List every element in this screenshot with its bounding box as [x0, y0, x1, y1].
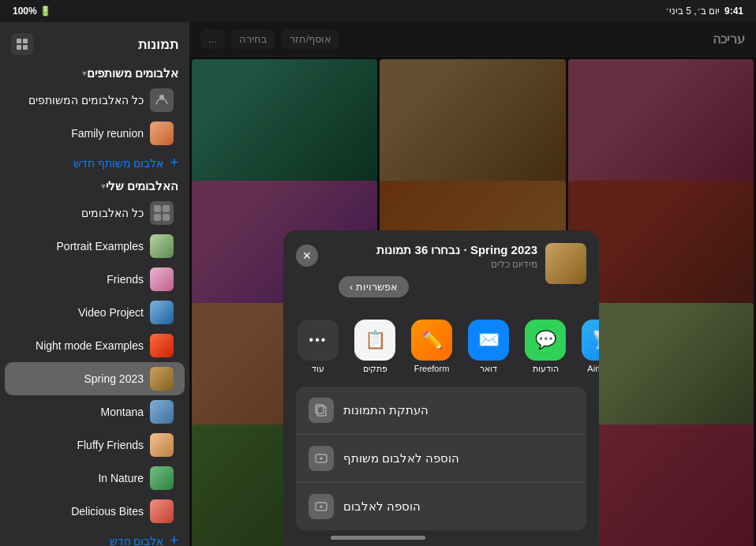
sidebar-item-all-albums[interactable]: כל האלבומים	[5, 196, 185, 230]
svg-rect-7	[154, 205, 161, 212]
svg-point-5	[159, 95, 164, 99]
share-app-messages[interactable]: 💬 הודעות	[523, 320, 567, 374]
share-options-button[interactable]: אפשרויות ›	[339, 276, 409, 297]
share-title-block: Spring 2023 · נבחרו 36 תמונות מידיום כלי…	[326, 243, 537, 307]
share-panel: Spring 2023 · נבחרו 36 תמונות מידיום כלי…	[283, 230, 599, 546]
messages-app-icon: 💬	[525, 320, 566, 361]
home-indicator	[331, 536, 425, 540]
sidebar-item-night-mode[interactable]: Night mode Examples	[5, 329, 185, 362]
section-mine-toggle[interactable]: ▾ האלבומים שלי	[0, 176, 189, 196]
freeform-app-icon: ✏️	[411, 320, 452, 361]
share-close-button[interactable]: ✕	[296, 245, 318, 267]
section-shared-toggle[interactable]: ▾ אלבומים משותפים	[0, 63, 189, 84]
svg-rect-16	[317, 406, 326, 416]
sidebar-item-family-reunion[interactable]: Family reunion	[5, 117, 185, 150]
add-shared-action-icon	[309, 446, 334, 471]
svg-rect-8	[163, 205, 170, 212]
sidebar-item-friends[interactable]: Friends	[5, 263, 185, 296]
sidebar-header: תמונות	[0, 28, 189, 63]
svg-rect-10	[163, 214, 170, 221]
files-app-icon: 📋	[354, 320, 395, 361]
share-action-copy[interactable]: העתקת התמונות	[296, 387, 586, 435]
share-action-add-shared[interactable]: הוספה לאלבום משותף	[296, 435, 586, 483]
share-header: Spring 2023 · נבחרו 36 תמונות מידיום כלי…	[283, 230, 599, 313]
photo-area: ... בחירה אוסף/חזר עריכה ✓	[189, 22, 756, 546]
share-app-freeform[interactable]: ✏️ Freeform	[410, 320, 454, 374]
section-shared-title: אלבומים משותפים	[87, 66, 178, 80]
sidebar-add-album[interactable]: אלבום חדש +	[0, 528, 189, 546]
section-mine-title: האלבומים שלי	[106, 179, 178, 193]
status-datetime: יום ב׳, 5 ביני׳ 9:41	[665, 6, 743, 17]
sidebar-item-portrait-examples[interactable]: Portrait Examples	[5, 230, 185, 263]
share-title: Spring 2023 · נבחרו 36 תמונות	[326, 243, 537, 257]
sidebar-layout-icon[interactable]	[11, 33, 33, 55]
sidebar-item-delicious-bites[interactable]: Delicious Bites	[5, 495, 185, 528]
share-thumb-preview	[545, 243, 586, 284]
status-battery: 100% 🔋	[13, 6, 51, 17]
svg-rect-3	[23, 45, 28, 50]
sidebar-title: תמונות	[138, 36, 178, 53]
add-album-icon: +	[170, 533, 178, 546]
sidebar-item-video-project[interactable]: Video Project	[5, 296, 185, 329]
share-actions-list: העתקת התמונות הוספה לאלבום משותף	[296, 387, 586, 530]
share-app-files[interactable]: 📋 פתקים	[353, 320, 397, 374]
svg-rect-2	[17, 45, 21, 50]
svg-rect-1	[23, 39, 28, 43]
sidebar-item-in-nature[interactable]: In Nature	[5, 462, 185, 495]
sidebar-item-spring-2023[interactable]: Spring 2023	[5, 362, 185, 395]
share-app-more[interactable]: ••• עוד	[296, 320, 340, 374]
sidebar-item-montana[interactable]: Montana	[5, 395, 185, 428]
airdrop-app-icon: 📡	[582, 320, 599, 361]
svg-rect-6	[150, 201, 174, 225]
copy-icon	[309, 398, 334, 423]
add-shared-icon: +	[170, 155, 178, 171]
add-album-action-icon	[309, 494, 334, 519]
share-apps-row: ••• עוד 📋 פתקים ✏️ Freeform	[283, 313, 599, 380]
more-app-icon: •••	[298, 320, 339, 361]
share-app-mail[interactable]: ✉️ דואר	[466, 320, 511, 374]
sidebar-item-all-shared[interactable]: כל האלבומים המשותפים	[5, 84, 185, 117]
share-subtitle: מידיום כלים	[326, 259, 537, 270]
main-layout: תמונות ▾ אלבומים משותפים כל האלבומים המש…	[0, 22, 756, 546]
sidebar: תמונות ▾ אלבומים משותפים כל האלבומים המש…	[0, 22, 189, 546]
sidebar-add-shared-album[interactable]: אלבום משותף חדש +	[0, 150, 189, 176]
svg-rect-4	[150, 88, 174, 112]
svg-rect-9	[154, 214, 161, 221]
share-action-add-album[interactable]: הוספה לאלבום	[296, 483, 586, 530]
svg-rect-0	[17, 39, 21, 43]
share-app-airdrop[interactable]: 📡 AirDrop	[580, 320, 599, 374]
status-bar: 100% 🔋 יום ב׳, 5 ביני׳ 9:41	[0, 0, 756, 22]
mail-app-icon: ✉️	[468, 320, 509, 361]
sidebar-item-fluffy-friends[interactable]: Fluffy Friends	[5, 428, 185, 462]
